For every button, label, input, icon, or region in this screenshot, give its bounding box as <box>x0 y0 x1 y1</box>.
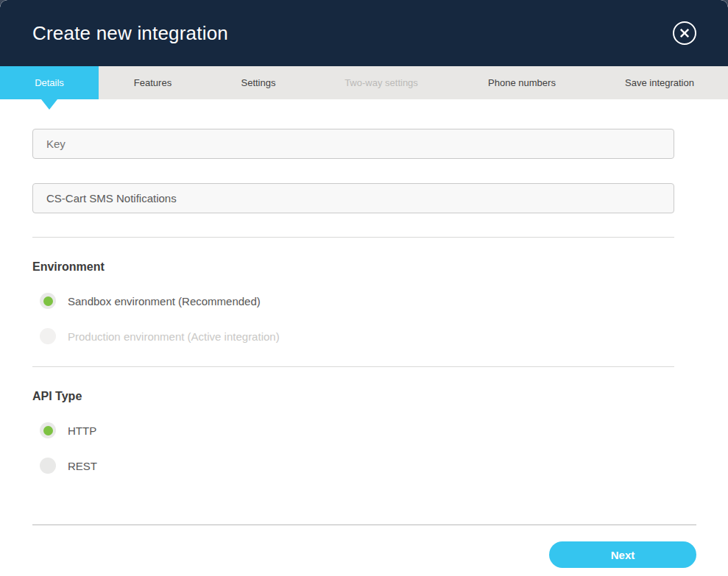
environment-heading: Environment <box>32 260 674 274</box>
radio-label: HTTP <box>68 424 96 437</box>
radio-selected-icon <box>40 422 56 438</box>
tab-label: Two-way settings <box>344 77 418 88</box>
radio-production-environment: Production environment (Active integrati… <box>40 328 674 344</box>
modal-header: Create new integration <box>0 0 728 66</box>
wizard-tabbar: Details Features Settings Two-way settin… <box>0 66 728 99</box>
tab-label: Details <box>35 77 64 88</box>
radio-sandbox-environment[interactable]: Sandbox environment (Recommended) <box>40 293 674 309</box>
tab-label: Features <box>134 77 172 88</box>
radio-unselected-icon <box>40 458 56 474</box>
integration-name-input[interactable] <box>32 183 674 213</box>
radio-label: Sandbox environment (Recommended) <box>68 295 261 307</box>
divider <box>32 366 674 367</box>
tab-two-way-settings: Two-way settings <box>310 66 453 99</box>
key-input[interactable] <box>32 129 674 159</box>
tab-features[interactable]: Features <box>99 66 207 99</box>
tab-label: Save integration <box>625 77 694 88</box>
tab-details[interactable]: Details <box>0 66 99 99</box>
tab-label: Phone numbers <box>488 77 556 88</box>
modal-footer: Next <box>32 525 696 568</box>
radio-disabled-icon <box>40 328 56 344</box>
create-integration-modal: Create new integration Details Features … <box>0 0 728 576</box>
radio-label: Production environment (Active integrati… <box>68 330 280 343</box>
divider <box>32 237 674 238</box>
modal-title: Create new integration <box>32 22 228 45</box>
radio-selected-icon <box>40 293 56 309</box>
details-form: Environment Sandbox environment (Recomme… <box>32 129 674 474</box>
api-type-heading: API Type <box>32 390 674 403</box>
footer-divider <box>32 525 696 525</box>
close-button[interactable] <box>672 21 697 46</box>
tab-label: Settings <box>241 77 276 88</box>
tab-phone-numbers[interactable]: Phone numbers <box>453 66 591 99</box>
tab-settings[interactable]: Settings <box>207 66 310 99</box>
radio-api-rest[interactable]: REST <box>40 458 674 474</box>
close-icon <box>672 21 697 46</box>
radio-api-http[interactable]: HTTP <box>40 422 674 438</box>
next-button[interactable]: Next <box>549 541 696 568</box>
tab-save-integration[interactable]: Save integration <box>591 66 728 99</box>
radio-label: REST <box>68 460 97 472</box>
